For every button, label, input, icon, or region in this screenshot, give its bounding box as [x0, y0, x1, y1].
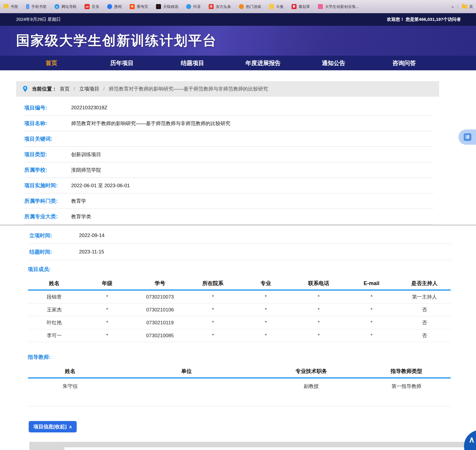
- table-cell: *: [81, 294, 134, 300]
- breadcrumb-current-title: 师范教育对于教师的影响研究——基于师范教师与非师范教师的比较研究: [109, 86, 268, 92]
- field-value: 创新训练项目: [71, 151, 101, 158]
- column-header: 专业: [239, 280, 292, 287]
- translate-widget[interactable]: 译: [458, 129, 476, 145]
- field-label: 立项时间:: [29, 232, 79, 239]
- back-to-top-button[interactable]: ∧: [464, 430, 476, 450]
- breadcrumb-section-link[interactable]: 立项项目: [79, 86, 99, 92]
- breadcrumb-home-link[interactable]: 首页: [60, 86, 70, 92]
- bookmark-item[interactable]: 手机书签: [26, 4, 47, 9]
- next-section-band: [29, 442, 476, 450]
- ctrip-icon: [107, 4, 112, 9]
- bookmark-item[interactable]: 斗鱼: [269, 4, 284, 9]
- field-label: 项目实施时间:: [24, 182, 71, 189]
- table-cell: *: [239, 294, 292, 300]
- bookmark-item[interactable]: JD京东: [85, 4, 99, 9]
- bookmark-label: 天猫精选: [163, 4, 178, 9]
- members-table: 姓名年级学号所在院系专业联系电话E-mail是否主持人段锦誉*073021007…: [28, 277, 451, 342]
- table-cell: *: [292, 320, 345, 326]
- members-section-label: 项目成员:: [28, 265, 476, 274]
- table-row: 叶红艳*0730210119****否: [28, 316, 451, 329]
- nav-notices[interactable]: 通知公告: [298, 56, 369, 70]
- table-cell: *: [81, 307, 134, 313]
- table-cell: *: [292, 294, 345, 300]
- field-label: 所属专业大类:: [24, 213, 71, 220]
- field-row: 所属学科门类:教育学: [24, 193, 433, 209]
- field-label: 项目名称:: [24, 120, 71, 127]
- nav-past-projects[interactable]: 历年项目: [87, 56, 157, 70]
- table-cell: *: [345, 320, 398, 326]
- field-label: 项目类型:: [24, 151, 71, 158]
- nav-closed-projects[interactable]: 结题项目: [157, 56, 228, 70]
- field-value: 2023-11-15: [79, 249, 104, 255]
- table-row: 朱守信副教授第一指导教师: [28, 379, 451, 394]
- nav-home[interactable]: 首页: [16, 56, 87, 70]
- bookmark-item[interactable]: 淘爱淘宝: [130, 4, 148, 9]
- games-icon: [239, 4, 244, 9]
- field-value: 淮阴师范学院: [71, 167, 101, 173]
- bookmarks-overflow-chevron[interactable]: »: [452, 4, 454, 9]
- bookmark-item[interactable]: T天猫精选: [156, 4, 178, 9]
- table-cell: 朱守信: [28, 383, 112, 390]
- bookmark-item[interactable]: 东东方头条: [209, 4, 231, 9]
- site-title: 国家级大学生创新训练计划平台: [16, 32, 217, 50]
- column-header: 单位: [112, 368, 261, 375]
- field-row: 结题时间:2023-11-15: [29, 244, 452, 260]
- main-nav: 首页历年项目结题项目年度进展报告通知公告咨询问答: [0, 56, 476, 70]
- table-cell: 否: [398, 319, 451, 326]
- bookmark-item[interactable]: 书签: [4, 4, 18, 9]
- bookmark-item[interactable]: 携程: [107, 4, 122, 9]
- breadcrumb-separator: /: [102, 86, 106, 92]
- nav-annual-report[interactable]: 年度进展报告: [228, 56, 298, 70]
- table-cell: 否: [398, 306, 451, 313]
- bookmark-label: 书签: [11, 4, 18, 9]
- bookmarks-bar: 书签手机书签e网址导航JD京东携程淘爱淘宝T天猫精选抖音东东方头条热门游戏斗鱼聚…: [0, 0, 476, 13]
- advisors-table-footer-rule: [28, 406, 451, 406]
- other-bookmarks-folder[interactable]: 其: [462, 4, 473, 9]
- column-header: 指导教师类型: [362, 368, 451, 375]
- table-cell: 副教授: [261, 383, 362, 390]
- field-label: 所属学校:: [24, 166, 71, 173]
- collapse-project-info-button[interactable]: 项目信息[收起] ∧: [29, 421, 77, 432]
- bookmark-item[interactable]: e网址导航: [54, 4, 77, 9]
- dongfang-toutiao-icon: 东: [209, 4, 214, 9]
- field-row: 项目实施时间:2022-06-01 至 2023-06-01: [24, 178, 433, 193]
- bookmark-label: 热门游戏: [246, 4, 261, 9]
- table-cell: *: [345, 294, 398, 300]
- bookmark-label: 大学生创新创业项...: [325, 4, 359, 9]
- nav-qa[interactable]: 咨询问答: [369, 56, 439, 70]
- bookmarks-divider: |: [457, 4, 458, 9]
- bookmark-label: 手机书签: [31, 4, 47, 9]
- table-row: 李可一*0730210085****否: [28, 329, 451, 342]
- visitor-counter: 欢迎您！ 您是第466,031,197个访问者: [387, 17, 461, 22]
- table-cell: 李可一: [28, 332, 81, 339]
- table-cell: *: [239, 307, 292, 313]
- field-value: 202210323018Z: [71, 105, 107, 111]
- bookmark-item[interactable]: 热门游戏: [239, 4, 261, 9]
- table-cell: *: [292, 307, 345, 313]
- column-header: 是否主持人: [398, 280, 451, 287]
- douyin-icon: [186, 4, 191, 9]
- table-cell: 0730210119: [133, 320, 186, 326]
- bookmark-label: 抖音: [193, 4, 201, 9]
- bookmark-item[interactable]: 抖音: [186, 4, 201, 9]
- field-row: 立项时间:2022-09-14: [29, 227, 452, 244]
- bookmark-label: 网址导航: [61, 4, 77, 9]
- table-cell: 0730210085: [133, 333, 186, 339]
- bookmark-item[interactable]: 聚聚划算: [292, 4, 310, 9]
- field-label: 所属学科门类:: [24, 197, 71, 204]
- field-value: 教育学: [71, 198, 86, 204]
- table-cell: 王家杰: [28, 306, 81, 313]
- table-cell: 0730210073: [133, 294, 186, 300]
- table-header-row: 姓名单位专业技术职务指导教师类型: [28, 365, 451, 377]
- table-cell: 否: [398, 332, 451, 339]
- table-row: 段锦誉*0730210073****第一主持人: [28, 291, 451, 304]
- field-row: 项目关键词:: [24, 131, 433, 147]
- project-info-card: 项目编号:202210323018Z项目名称:师范教育对于教师的影响研究——基于…: [16, 97, 439, 224]
- location-pin-icon: [23, 86, 28, 92]
- column-header: 姓名: [28, 280, 81, 287]
- table-cell: *: [81, 320, 134, 326]
- advisors-table: 姓名单位专业技术职务指导教师类型朱守信副教授第一指导教师: [28, 365, 451, 394]
- table-cell: *: [186, 333, 239, 339]
- jd-icon: JD: [85, 4, 90, 9]
- bookmark-item[interactable]: 大学生创新创业项...: [318, 4, 359, 9]
